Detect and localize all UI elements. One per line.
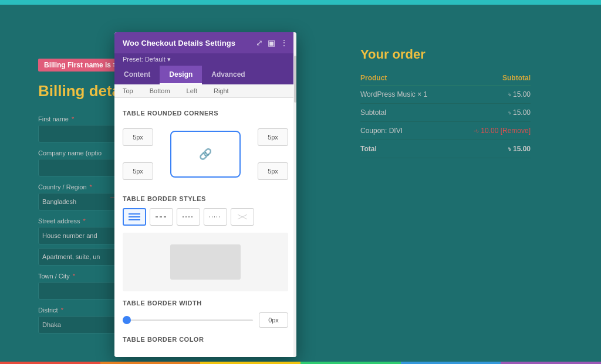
row-amount: -৳ 10.00 [Remove] xyxy=(453,122,531,140)
border-width-input[interactable] xyxy=(259,312,288,328)
color-segment-red xyxy=(0,362,100,364)
svg-rect-1 xyxy=(129,213,140,215)
panel-header-icons: ⤢ ▣ ⋮ xyxy=(256,38,288,47)
row-product: Coupon: DIVI xyxy=(360,122,453,140)
bottom-color-bar xyxy=(0,362,601,364)
border-style-dotted[interactable] xyxy=(204,208,227,226)
corners-control: 🔗 xyxy=(123,123,288,186)
row-product: Total xyxy=(360,140,453,158)
settings-panel: Woo Checkout Details Settings ⤢ ▣ ⋮ Pres… xyxy=(114,32,296,357)
order-panel: Your order Product Subtotal WordPress Mu… xyxy=(360,47,531,158)
tab-design[interactable]: Design xyxy=(160,66,202,84)
row-product: Subtotal xyxy=(360,104,453,122)
svg-rect-2 xyxy=(129,219,140,220)
border-style-dashed1[interactable] xyxy=(150,208,173,226)
color-segment-blue xyxy=(401,362,501,364)
panel-tabs: Content Design Advanced xyxy=(114,66,296,84)
color-segment-yellow xyxy=(200,362,300,364)
border-width-track[interactable] xyxy=(123,319,253,321)
corner-bottom-right[interactable] xyxy=(258,162,288,180)
subtab-right[interactable]: Right xyxy=(205,84,237,97)
border-color-title: Table Border Color xyxy=(123,336,288,343)
border-width-title: Table Border Width xyxy=(123,300,288,307)
sub-tabs: Top Bottom Left Right xyxy=(114,84,296,98)
corner-box: 🔗 xyxy=(170,131,241,178)
scrollbar-thumb xyxy=(294,56,296,103)
panel-header: Woo Checkout Details Settings ⤢ ▣ ⋮ xyxy=(114,32,296,53)
col-subtotal: Subtotal xyxy=(453,71,531,86)
corner-top-left[interactable] xyxy=(123,128,153,146)
panel-body: Table Rounded Corners 🔗 Table Border Sty… xyxy=(114,98,296,357)
svg-rect-0 xyxy=(129,216,140,217)
border-width-row xyxy=(123,312,288,328)
link-icon: 🔗 xyxy=(199,148,212,161)
border-style-dashed2[interactable] xyxy=(177,208,200,226)
row-amount: ৳ 15.00 xyxy=(453,104,531,122)
row-product: WordPress Music × 1 xyxy=(360,86,453,104)
panel-preset[interactable]: Preset: Default ▾ xyxy=(114,53,296,66)
border-style-none[interactable] xyxy=(231,208,254,226)
order-title: Your order xyxy=(360,47,531,62)
color-segment-green xyxy=(300,362,401,364)
table-row: WordPress Music × 1 ৳ 15.00 xyxy=(360,86,531,104)
tab-advanced[interactable]: Advanced xyxy=(202,66,254,84)
corner-preview: 🔗 xyxy=(160,131,251,178)
col-product: Product xyxy=(360,71,453,86)
row-amount: ৳ 15.00 xyxy=(453,86,531,104)
border-styles xyxy=(123,208,288,226)
panel-title: Woo Checkout Details Settings xyxy=(123,39,235,47)
top-bar xyxy=(0,0,601,5)
panel-scrollbar[interactable] xyxy=(293,32,296,357)
fullscreen-icon[interactable]: ⤢ xyxy=(256,38,263,47)
subtab-bottom[interactable]: Bottom xyxy=(141,84,178,97)
rounded-corners-title: Table Rounded Corners xyxy=(123,110,288,117)
color-segment-purple xyxy=(501,362,601,364)
table-row-total: Total ৳ 15.00 xyxy=(360,140,531,158)
row-amount: ৳ 15.00 xyxy=(453,140,531,158)
table-row: Coupon: DIVI -৳ 10.00 [Remove] xyxy=(360,122,531,140)
billing-heading: Billing deta xyxy=(38,82,120,100)
range-thumb[interactable] xyxy=(123,316,131,324)
border-styles-title: Table Border Styles xyxy=(123,195,288,202)
color-segment-orange xyxy=(100,362,201,364)
order-table: Product Subtotal WordPress Music × 1 ৳ 1… xyxy=(360,71,531,158)
table-row: Subtotal ৳ 15.00 xyxy=(360,104,531,122)
border-preview xyxy=(123,233,288,291)
billing-badge: Billing First name is = xyxy=(38,59,123,72)
layout-icon[interactable]: ▣ xyxy=(268,38,275,47)
more-icon[interactable]: ⋮ xyxy=(280,38,288,47)
corner-top-right[interactable] xyxy=(258,128,288,146)
corner-bottom-left[interactable] xyxy=(123,162,153,180)
tab-content[interactable]: Content xyxy=(114,66,160,84)
border-preview-inner xyxy=(170,244,241,280)
border-style-solid[interactable] xyxy=(123,208,146,226)
subtab-left[interactable]: Left xyxy=(178,84,205,97)
subtab-top[interactable]: Top xyxy=(114,84,141,97)
